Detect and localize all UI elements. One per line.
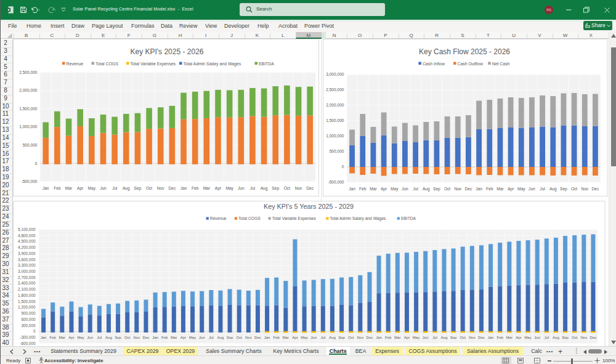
svg-text:Sep: Sep (450, 335, 457, 339)
svg-text:Apr: Apr (68, 335, 74, 339)
svg-text:Mar: Mar (506, 335, 513, 339)
svg-text:Jan: Jan (488, 335, 494, 339)
svg-text:Jan: Jan (264, 335, 270, 339)
svg-text:Dec: Dec (254, 335, 261, 339)
svg-text:1,000,000: 1,000,000 (19, 124, 38, 129)
svg-text:2,500,000: 2,500,000 (326, 87, 344, 92)
svg-text:Total Variable Expenses: Total Variable Expenses (272, 216, 317, 221)
svg-text:Jun: Jun (310, 335, 317, 339)
svg-text:Oct: Oct (571, 187, 577, 191)
svg-text:Cash Inflow: Cash Inflow (423, 62, 445, 66)
svg-text:Sep: Sep (562, 335, 569, 339)
svg-text:Oct: Oct (284, 186, 290, 190)
svg-text:Jul: Jul (413, 187, 418, 191)
svg-text:1,200,000: 1,200,000 (18, 305, 36, 309)
svg-text:4,200,000: 4,200,000 (18, 245, 36, 249)
svg-text:Mar: Mar (283, 335, 290, 339)
svg-text:Dec: Dec (465, 187, 472, 191)
svg-text:Nov: Nov (454, 187, 461, 191)
svg-text:2,000,000: 2,000,000 (19, 88, 38, 92)
svg-text:0: 0 (33, 329, 36, 333)
svg-text:Jun: Jun (199, 335, 205, 339)
svg-text:Aug: Aug (423, 187, 430, 192)
svg-text:Jan: Jan (41, 335, 47, 339)
svg-text:Apr: Apr (215, 186, 222, 191)
svg-text:1,500,000: 1,500,000 (18, 299, 36, 304)
svg-text:Dec: Dec (367, 335, 373, 339)
svg-text:May: May (225, 186, 233, 191)
svg-text:Feb: Feb (385, 335, 392, 339)
svg-text:Nov: Nov (357, 335, 364, 339)
svg-text:Jun: Jun (100, 186, 107, 190)
svg-text:Aug: Aug (105, 335, 112, 339)
svg-text:Jun: Jun (402, 187, 408, 191)
svg-text:2,700,000: 2,700,000 (18, 275, 36, 280)
svg-text:Nov: Nov (157, 186, 164, 190)
svg-text:3,000,000: 3,000,000 (326, 72, 344, 76)
svg-text:Feb: Feb (54, 186, 61, 190)
svg-text:Mar: Mar (171, 335, 177, 339)
svg-text:Oct: Oct (146, 186, 152, 190)
svg-text:1,500,000: 1,500,000 (19, 107, 38, 111)
svg-text:Jan: Jan (152, 335, 158, 339)
svg-text:Aug: Aug (217, 335, 224, 339)
svg-text:3,600,000: 3,600,000 (18, 257, 36, 262)
svg-text:Cash Outflow: Cash Outflow (458, 62, 483, 66)
svg-text:1,500,000: 1,500,000 (326, 118, 344, 123)
svg-text:Revenue: Revenue (210, 216, 227, 220)
svg-text:Jul: Jul (432, 335, 437, 339)
svg-text:Jul: Jul (250, 186, 256, 190)
svg-text:Apr: Apr (404, 335, 410, 339)
svg-text:EBITDA: EBITDA (401, 216, 416, 220)
svg-text:May: May (517, 187, 525, 192)
svg-text:Dec: Dec (590, 335, 597, 339)
svg-text:Apr: Apr (516, 335, 521, 339)
svg-text:Apr: Apr (381, 187, 387, 192)
svg-text:-300,000: -300,000 (20, 335, 36, 339)
svg-text:Jan: Jan (376, 335, 382, 339)
svg-text:Aug: Aug (261, 186, 268, 191)
svg-text:Oct: Oct (348, 335, 354, 339)
svg-text:2,000,000: 2,000,000 (326, 103, 344, 107)
svg-text:500,000: 500,000 (330, 149, 344, 153)
svg-text:Feb: Feb (161, 335, 168, 339)
svg-text:Oct: Oct (236, 335, 242, 339)
svg-text:Sep: Sep (115, 335, 121, 339)
svg-text:Jan: Jan (476, 187, 482, 191)
svg-text:Jul: Jul (97, 335, 102, 339)
svg-text:Aug: Aug (329, 335, 336, 339)
svg-text:Total Variable Expenses: Total Variable Expenses (131, 62, 176, 67)
svg-text:1,000,000: 1,000,000 (326, 134, 344, 138)
svg-text:Dec: Dec (592, 187, 599, 191)
svg-text:Sep: Sep (227, 335, 233, 339)
svg-text:Jan: Jan (349, 187, 355, 191)
svg-text:300,000: 300,000 (21, 323, 36, 328)
svg-text:Apr: Apr (180, 335, 186, 339)
svg-text:Mar: Mar (59, 335, 66, 339)
svg-text:Jul: Jul (540, 187, 545, 191)
svg-text:Nov: Nov (295, 186, 302, 190)
svg-text:4,800,000: 4,800,000 (18, 233, 36, 238)
svg-text:1,800,000: 1,800,000 (18, 293, 36, 297)
svg-text:Feb: Feb (486, 187, 493, 191)
svg-text:Revenue: Revenue (67, 62, 84, 66)
svg-text:Jun: Jun (529, 187, 535, 191)
svg-text:Mar: Mar (496, 187, 504, 191)
svg-text:Sep: Sep (560, 187, 567, 192)
svg-text:Jul: Jul (544, 335, 549, 339)
svg-text:May: May (524, 335, 532, 339)
svg-text:Oct: Oct (444, 187, 450, 191)
svg-text:Nov: Nov (581, 187, 588, 191)
svg-text:Feb: Feb (496, 335, 503, 339)
svg-text:Feb: Feb (273, 335, 280, 339)
svg-text:May: May (301, 335, 308, 339)
svg-text:Sep: Sep (272, 186, 279, 191)
svg-text:Key Cash Flow 2025 - 2026: Key Cash Flow 2025 - 2026 (419, 47, 510, 56)
svg-text:Jun: Jun (534, 335, 540, 339)
svg-text:3,000,000: 3,000,000 (18, 269, 36, 273)
svg-text:Mar: Mar (203, 186, 211, 190)
svg-text:-500,000: -500,000 (21, 179, 37, 184)
svg-text:Oct: Oct (460, 335, 466, 339)
svg-text:Dec: Dec (169, 186, 176, 190)
svg-text:EBITDA: EBITDA (259, 62, 274, 66)
